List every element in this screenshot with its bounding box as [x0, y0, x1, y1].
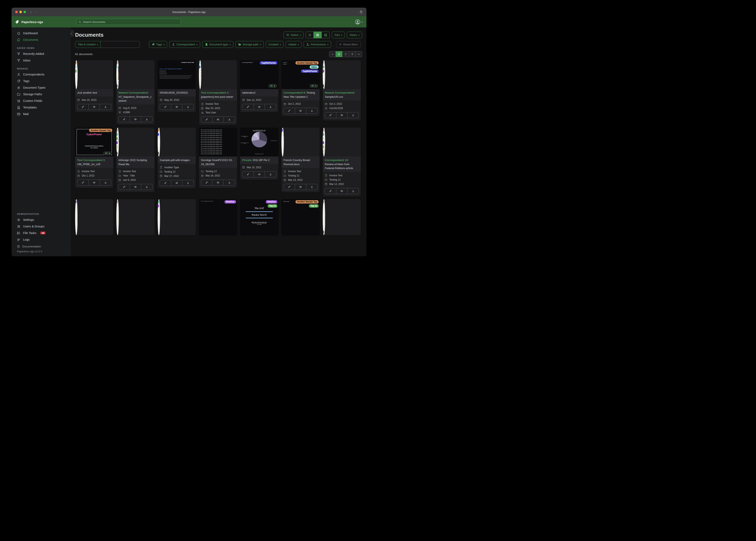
sidebar-item-settings[interactable]: Settings: [12, 217, 71, 223]
comment-count-badge[interactable]: 4: [103, 151, 112, 155]
sidebar-item-dashboard[interactable]: Dashboard: [12, 30, 71, 37]
tag-pill[interactable]: Tag 12: [309, 204, 319, 208]
edit-button[interactable]: [160, 180, 171, 186]
edit-button[interactable]: [325, 112, 336, 118]
document-thumbnail[interactable]: This is a multi page document. Page 1.Ne…: [199, 199, 237, 235]
view-button[interactable]: [89, 180, 100, 186]
view-button[interactable]: [213, 117, 224, 123]
document-thumbnail[interactable]: InDesign Scripting DocumentationAnother …: [116, 128, 119, 157]
document-thumbnail[interactable]: Serial Number,Company Name,Employe978818…: [323, 60, 325, 89]
reset-filters-button[interactable]: Reset filters: [336, 41, 361, 48]
tag-pill[interactable]: Tag 12: [116, 137, 118, 140]
added-filter-button[interactable]: Added▾: [286, 41, 301, 48]
document-card[interactable]: one,1.0 five,5.0Another Sample TagInboxT…: [281, 60, 320, 116]
document-card[interactable]: Francja pod rNAPOLEON BONAPARTEAnother S…: [116, 60, 155, 125]
tag-pill[interactable]: Just another tag: [323, 133, 324, 136]
created-filter-button[interactable]: Created▾: [266, 41, 283, 48]
edit-button[interactable]: [201, 117, 213, 123]
sidebar-item-tags[interactable]: Tags: [12, 78, 71, 84]
tag-pill[interactable]: Another Sample Tag: [116, 61, 118, 65]
document-thumbnail[interactable]: Lorem ipsumLorem ipsum dolor sit amet, c…: [75, 199, 78, 235]
document-thumbnail[interactable]: The SATPractice Test #1Make time to take…: [240, 199, 278, 235]
document-card[interactable]: Contact Sheet DemoGiven a set of image f…: [158, 199, 196, 235]
document-title[interactable]: InDesign 2022 Scripting Read Me: [116, 157, 155, 168]
correspondent-link[interactable]: Newest Correspondent: [325, 91, 354, 94]
document-thumbnail[interactable]: Patient BP Distribution 2011Isolated Sys…: [240, 128, 278, 157]
correspondent-link[interactable]: Correspondent 14: [325, 159, 348, 162]
tag-pill[interactable]: Another Sample Tag: [158, 129, 159, 132]
edit-button[interactable]: [77, 104, 89, 110]
view-button[interactable]: [254, 171, 265, 177]
sidebar-item-recently-added[interactable]: Recently Added: [12, 51, 71, 57]
document-thumbnail[interactable]: This is a test for the double space char…: [199, 128, 237, 157]
view-button[interactable]: [171, 104, 183, 110]
download-button[interactable]: [141, 184, 152, 190]
tag-pill[interactable]: TagWithPartial: [301, 70, 319, 73]
download-button[interactable]: [306, 184, 318, 190]
correspondent-link[interactable]: Test Correspondent 1: [201, 91, 228, 94]
view-button[interactable]: [130, 184, 141, 190]
edit-button[interactable]: [242, 171, 254, 177]
document-thumbnail[interactable]: Francja pod rNAPOLEON BONAPARTEAnother S…: [116, 60, 119, 89]
tag-pill[interactable]: Tag 3: [116, 145, 118, 149]
tag-pill[interactable]: Just another tag: [116, 133, 118, 136]
tag-pill[interactable]: Tag 2: [116, 141, 118, 144]
tag-pill[interactable]: Another Sample Tag: [75, 61, 77, 65]
document-card[interactable]: ■■ Test Name123-456-7890January 2, 2022J…: [116, 199, 155, 235]
document-thumbnail[interactable]: Lorem ipsumLorem ipsum dolor sit amet, c…: [323, 199, 325, 235]
detail-view-button[interactable]: [322, 32, 330, 38]
tag-pill[interactable]: Partial Tag: [323, 137, 324, 140]
tag-pill[interactable]: Another Sample Tag: [323, 129, 324, 132]
document-thumbnail[interactable]: This is a testAnother Sample TagTag 12: [281, 199, 320, 235]
edit-button[interactable]: [325, 188, 336, 194]
back-icon[interactable]: ‹: [31, 10, 32, 14]
tag-pill[interactable]: Another Sample Tag: [116, 200, 118, 204]
edit-button[interactable]: [283, 108, 295, 114]
filter-text-input[interactable]: [101, 41, 140, 48]
view-button[interactable]: [336, 188, 348, 194]
tag-pill[interactable]: Tag 3: [323, 149, 324, 153]
sidebar-item-users-groups[interactable]: Users & Groups: [12, 223, 71, 230]
user-menu[interactable]: ▾: [355, 19, 363, 25]
document-type-filter-button[interactable]: Document type▾: [202, 41, 233, 48]
view-button[interactable]: [336, 112, 348, 118]
view-button[interactable]: [130, 116, 141, 122]
page-button-2[interactable]: 2: [342, 51, 349, 57]
document-card[interactable]: The SATPractice Test #1Make time to take…: [240, 199, 278, 235]
document-thumbnail[interactable]: French Country BreadFor the Leaven1 heap…: [281, 128, 284, 157]
document-title[interactable]: Newest Correspondent: Sample100.csv: [323, 89, 361, 100]
document-thumbnail[interactable]: Adobe Acrobat PDF FilesCupcake ipsumAnot…: [75, 60, 78, 89]
sidebar-item-logs[interactable]: Logs: [12, 236, 71, 243]
tag-pill[interactable]: Inbox: [310, 65, 319, 69]
sidebar-item-mail[interactable]: Mail: [12, 111, 71, 117]
edit-button[interactable]: [118, 184, 130, 190]
tag-pill[interactable]: Inbox: [323, 61, 324, 65]
tag-pill[interactable]: Another Sample Tag: [295, 200, 319, 204]
edit-button[interactable]: [77, 180, 89, 186]
download-button[interactable]: [100, 180, 111, 186]
tag-pill[interactable]: TagWithPartial: [260, 61, 277, 65]
tag-pill[interactable]: Tag 222: [323, 145, 324, 149]
brand[interactable]: Paperless-ngx: [15, 20, 43, 24]
document-title[interactable]: 0004814539_20230531: [158, 89, 196, 97]
download-button[interactable]: [265, 104, 276, 110]
download-button[interactable]: [224, 180, 235, 186]
permissions-filter-button[interactable]: Permissions▾: [304, 41, 331, 48]
edit-button[interactable]: [201, 180, 213, 186]
documentation-link[interactable]: Documentation: [17, 245, 71, 248]
storage-path-filter-button[interactable]: Storage path▾: [235, 41, 264, 48]
document-thumbnail[interactable]: Boundary Waters TripAnother Sample TagTa…: [158, 128, 160, 157]
tag-pill[interactable]: Tag 2: [199, 65, 200, 69]
document-title[interactable]: Just another test: [75, 89, 113, 97]
document-thumbnail[interactable]: one,1.0 five,5.0Another Sample TagInboxT…: [281, 60, 320, 89]
tag-pill[interactable]: Just another tag: [158, 200, 159, 204]
document-card[interactable]: ✺ BANK OF SCOTLAND2,0 % p. a. auf Ihr Ta…: [158, 60, 196, 112]
close-window-button[interactable]: [15, 11, 18, 13]
document-title[interactable]: Sonstige ScanPC2022 03-24_081058: [199, 157, 237, 168]
download-button[interactable]: [306, 108, 318, 114]
correspondent-link[interactable]: Correspondent 9: [283, 91, 305, 94]
document-title[interactable]: Correspondent 9: Testing New Title Updat…: [281, 89, 320, 100]
list-view-button[interactable]: [306, 32, 314, 38]
document-card[interactable]: Serial Number,Company Name,Employe978818…: [323, 60, 361, 121]
tag-pill[interactable]: TagWithPartial: [281, 129, 283, 132]
